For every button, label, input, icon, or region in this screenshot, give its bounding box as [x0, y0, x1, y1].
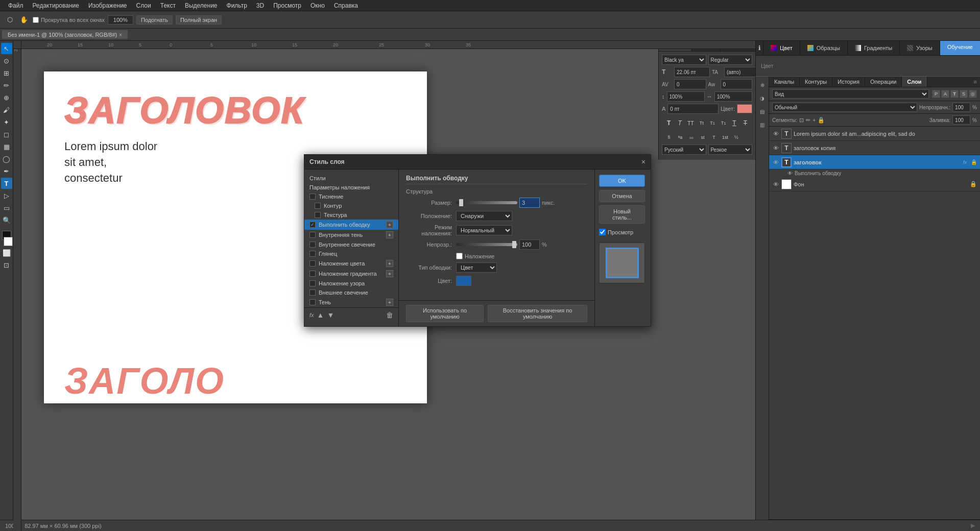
underline-btn[interactable]: T [729, 118, 739, 128]
move-tool-icon[interactable]: ⬡ [4, 14, 15, 26]
menu-filter[interactable]: Фильтр [223, 1, 251, 10]
strikethrough-btn[interactable]: T [740, 118, 750, 128]
menu-file[interactable]: Файл [4, 1, 28, 10]
style-pattern-overlay[interactable]: Наложение узора [304, 279, 398, 288]
adj-icon-2[interactable]: ◑ [756, 92, 769, 104]
dialog-close-button[interactable]: × [641, 158, 646, 166]
brush-tool[interactable]: 🖌 [1, 104, 12, 115]
lock-transparent-icon[interactable]: ⊡ [799, 117, 804, 124]
preview-checkbox[interactable] [599, 229, 606, 235]
clone-tool[interactable]: ✦ [1, 116, 12, 128]
stroke-add-btn[interactable]: + [386, 221, 393, 228]
layer-item-header-copy[interactable]: 👁 T заголовок копия [769, 141, 980, 155]
text-tool[interactable]: T [1, 178, 12, 189]
style-shadow[interactable]: Тень + [304, 297, 398, 307]
italic-btn[interactable]: T [675, 118, 684, 128]
stroke-opacity-input[interactable] [519, 239, 540, 250]
emboss-checkbox[interactable] [309, 194, 316, 200]
menu-view[interactable]: Просмотр [269, 1, 305, 10]
lock-image-icon[interactable]: ✏ [806, 117, 810, 124]
layers-tab-paths[interactable]: Контуры [800, 77, 832, 87]
doc-tab-close[interactable]: × [119, 32, 122, 38]
fill-input[interactable] [952, 115, 970, 125]
vertical-scale-input[interactable] [667, 91, 705, 102]
style-stroke[interactable]: Выполнить обводку + [304, 220, 398, 230]
inner-shadow-checkbox[interactable] [309, 232, 316, 238]
fullscreen-button[interactable]: Полный экран [176, 15, 222, 25]
blend-options-item[interactable]: Параметры наложения [304, 183, 398, 192]
scroll-all-checkbox[interactable] [33, 17, 39, 23]
style-emboss[interactable]: Тиснение [304, 192, 398, 201]
overprint-checkbox[interactable] [456, 253, 463, 259]
layer-item-header[interactable]: 👁 T заголовок fx 🔒 [769, 155, 980, 170]
cancel-button[interactable]: Отмена [599, 190, 645, 202]
font-family-select[interactable]: Black ya [662, 55, 706, 65]
inner-glow-checkbox[interactable] [309, 242, 316, 248]
gradients-tab[interactable]: Градиенты [848, 41, 900, 55]
color-overlay-add-btn[interactable]: + [386, 260, 393, 267]
layer-eye-background[interactable]: 👁 [772, 181, 779, 188]
menu-edit[interactable]: Редактирование [29, 1, 83, 10]
layers-tab-layers[interactable]: Слои [902, 77, 927, 87]
lock-position-icon[interactable]: + [812, 117, 816, 123]
stroke-checkbox[interactable] [309, 222, 316, 228]
learn-tab[interactable]: Обучение [940, 41, 980, 55]
liga-btn[interactable]: fi [664, 132, 674, 142]
filter-text-icon[interactable]: T [950, 90, 959, 98]
fit-button[interactable]: Подогнать [136, 15, 173, 25]
panel-info-icon[interactable]: ℹ [756, 41, 763, 55]
gradient-overlay-add-btn[interactable]: + [386, 270, 393, 277]
inner-shadow-add-btn[interactable]: + [386, 231, 393, 238]
tracking-input[interactable] [721, 79, 753, 89]
layer-effect-stroke[interactable]: 👁 Выполнить обводку [784, 170, 980, 177]
st-btn[interactable]: st [698, 132, 708, 142]
pen-tool[interactable]: ✒ [1, 165, 12, 177]
layer-item-background[interactable]: 👁 Фон 🔒 [769, 177, 980, 191]
baseline-input[interactable] [667, 104, 719, 114]
style-outer-glow[interactable]: Внешнее свечение [304, 288, 398, 297]
style-delete-icon[interactable]: 🗑 [386, 311, 393, 319]
layer-eye-header[interactable]: 👁 [772, 159, 779, 166]
horizontal-scale-input[interactable] [714, 91, 752, 102]
layers-filter-select[interactable]: Вид [772, 89, 929, 99]
patterns-tab[interactable]: Узоры [900, 41, 940, 55]
gradient-tool[interactable]: ▦ [1, 141, 12, 152]
caps-btn[interactable]: TT [686, 118, 696, 128]
zoom-input[interactable]: 100% [108, 15, 133, 25]
blend-mode-select[interactable]: Обычный [772, 103, 917, 112]
adj-icon-3[interactable]: ▤ [756, 105, 769, 117]
shadow-checkbox[interactable] [309, 299, 316, 305]
language-select[interactable]: Русский [662, 144, 706, 155]
lock-all-icon[interactable]: 🔒 [818, 117, 825, 124]
leading-input[interactable] [724, 67, 755, 77]
healing-tool[interactable]: ⊕ [1, 92, 12, 103]
shadow-add-btn[interactable]: + [386, 299, 393, 306]
menu-text[interactable]: Текст [156, 1, 180, 10]
style-gradient-overlay[interactable]: Наложение градиента + [304, 269, 398, 279]
style-inner-shadow[interactable]: Внутренняя тень + [304, 230, 398, 240]
stroke-type-select[interactable]: Цвет [456, 262, 497, 273]
ok-button[interactable]: OK [599, 175, 645, 187]
aa-btn[interactable]: ªa [675, 132, 685, 142]
layers-tab-channels[interactable]: Каналы [769, 77, 800, 87]
kerning-input[interactable] [674, 79, 706, 89]
menu-layers[interactable]: Слои [132, 1, 155, 10]
outer-glow-checkbox[interactable] [309, 289, 316, 296]
lasso-tool[interactable]: ⊙ [1, 55, 12, 66]
color-tab[interactable]: Цвет [763, 41, 800, 55]
font-size-input[interactable] [674, 67, 710, 77]
opacity-slider-thumb[interactable] [512, 241, 516, 248]
opacity-input[interactable] [952, 103, 970, 112]
texture-checkbox[interactable] [315, 212, 321, 218]
menu-3d[interactable]: 3D [252, 1, 268, 10]
size-input[interactable] [519, 198, 540, 208]
background-color[interactable] [4, 237, 13, 246]
filter-shape-icon[interactable]: S [960, 90, 968, 98]
effect-eye[interactable]: 👁 [787, 171, 793, 176]
preview-label[interactable]: Просмотр [599, 229, 647, 235]
doc-tab[interactable]: Без имени-1 @ 100% (заголовок, RGB/8#) × [2, 30, 128, 39]
gradient-overlay-checkbox[interactable] [309, 271, 316, 277]
swatches-tab[interactable]: Образцы [800, 41, 848, 55]
layers-tab-history[interactable]: История [832, 77, 865, 87]
restore-default-btn[interactable]: Восстановить значения по умолчанию [488, 305, 587, 322]
